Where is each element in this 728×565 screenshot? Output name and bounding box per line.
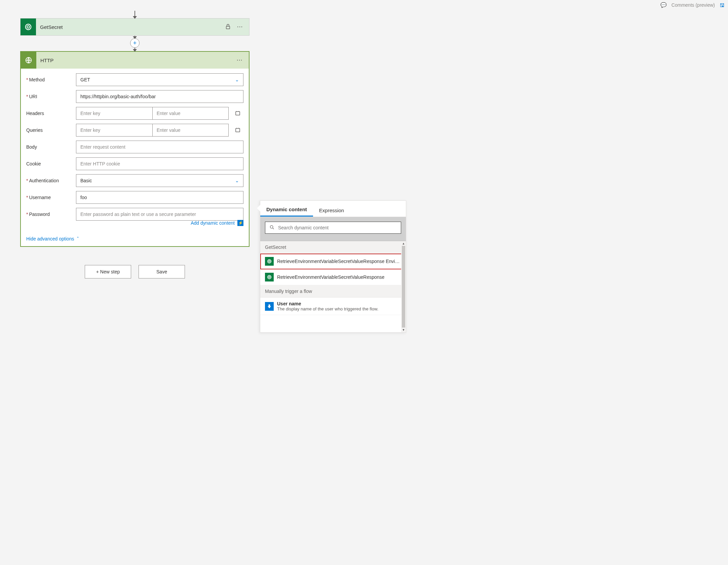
body-input[interactable]: Enter request content	[76, 141, 243, 153]
comments-link[interactable]: Comments (preview)	[672, 2, 715, 8]
flow-arrow-icon	[135, 48, 135, 51]
username-label: Username	[29, 195, 51, 200]
svg-rect-5	[236, 128, 240, 132]
uri-input[interactable]: https://httpbin.org/basic-auth/foo/bar	[76, 90, 243, 103]
dynamic-content-search-input[interactable]	[278, 225, 397, 230]
dc-item-retrieve-env-var-secret-value-response-envi[interactable]: RetrieveEnvironmentVariableSecretValueRe…	[260, 254, 406, 269]
dc-section-manual-trigger: Manually trigger a flow	[260, 285, 406, 298]
button-trigger-icon	[265, 302, 274, 311]
chevron-up-icon: ˄	[77, 236, 79, 241]
svg-point-0	[26, 24, 31, 30]
http-action-card: HTTP ··· *Method GET ⌄ *URI https://http…	[20, 51, 250, 247]
dc-item-retrieve-env-var-secret-value-response[interactable]: RetrieveEnvironmentVariableSecretValueRe…	[260, 269, 406, 285]
http-card-header[interactable]: HTTP ···	[21, 52, 249, 69]
queries-value-input[interactable]: Enter value	[152, 124, 229, 137]
scroll-up-icon[interactable]: ▲	[401, 241, 406, 246]
svg-point-9	[268, 275, 271, 279]
dataverse-icon	[21, 18, 36, 35]
headers-value-input[interactable]: Enter value	[152, 107, 229, 120]
body-label: Body	[26, 144, 37, 150]
dc-scrollbar[interactable]: ▲ ▼	[401, 241, 406, 332]
search-icon	[269, 225, 275, 231]
http-title: HTTP	[36, 58, 237, 63]
scrollbar-thumb[interactable]	[402, 246, 405, 328]
add-step-connector: +	[20, 36, 250, 51]
authentication-select[interactable]: Basic ⌄	[76, 174, 243, 187]
save-button[interactable]: Save	[139, 265, 185, 278]
username-input[interactable]: foo	[76, 191, 243, 204]
headers-key-input[interactable]: Enter key	[76, 107, 152, 120]
more-icon[interactable]: ···	[237, 24, 243, 30]
dc-section-getsecret: GetSecret	[260, 241, 406, 254]
new-step-button[interactable]: + New step	[85, 265, 131, 278]
add-dynamic-content-link[interactable]: Add dynamic content	[191, 220, 235, 226]
queries-label: Queries	[26, 127, 43, 133]
svg-point-10	[269, 276, 270, 278]
dataverse-icon	[265, 273, 274, 281]
dc-item-user-name[interactable]: User name The display name of the user w…	[260, 298, 406, 315]
chevron-down-icon: ⌄	[235, 178, 239, 183]
svg-point-6	[270, 225, 273, 228]
method-label: Method	[29, 77, 45, 82]
headers-label: Headers	[26, 111, 44, 116]
cookie-input[interactable]: Enter HTTP cookie	[76, 157, 243, 170]
password-label: Password	[29, 212, 49, 217]
svg-point-8	[269, 261, 270, 262]
lock-icon	[225, 24, 231, 31]
svg-rect-4	[236, 112, 240, 115]
comment-icon: 💬	[660, 2, 667, 8]
uri-label: URI	[29, 94, 37, 99]
getsecret-action-card[interactable]: GetSecret ···	[20, 18, 250, 36]
svg-rect-2	[226, 26, 230, 29]
dynamic-content-panel: Dynamic content Expression GetSecret Ret…	[260, 200, 406, 333]
globe-icon	[21, 52, 36, 69]
tab-expression[interactable]: Expression	[313, 203, 350, 217]
save-icon[interactable]: 🖫	[720, 2, 725, 8]
getsecret-title: GetSecret	[36, 18, 225, 35]
switch-to-text-mode-button[interactable]	[232, 124, 243, 137]
method-select[interactable]: GET ⌄	[76, 73, 243, 86]
queries-key-input[interactable]: Enter key	[76, 124, 152, 137]
scroll-down-icon[interactable]: ▼	[401, 328, 406, 332]
flow-arrow-icon	[135, 11, 135, 18]
hide-advanced-options-button[interactable]: Hide advanced options ˄	[21, 233, 249, 246]
more-icon[interactable]: ···	[237, 58, 249, 63]
dataverse-icon	[265, 257, 274, 266]
flow-arrow-icon	[135, 36, 135, 38]
password-input[interactable]: Enter password as plain text or use a se…	[76, 208, 243, 221]
svg-point-1	[27, 26, 29, 28]
insert-step-button[interactable]: +	[130, 38, 140, 48]
switch-to-text-mode-button[interactable]	[232, 107, 243, 120]
top-bar: 💬 Comments (preview) 🖫	[660, 0, 725, 10]
svg-point-7	[268, 260, 271, 263]
tab-dynamic-content[interactable]: Dynamic content	[260, 202, 313, 217]
chevron-down-icon: ⌄	[235, 77, 239, 82]
authentication-label: Authentication	[29, 178, 59, 183]
cookie-label: Cookie	[26, 161, 41, 166]
dynamic-content-badge-icon[interactable]: ⚡	[237, 220, 243, 226]
